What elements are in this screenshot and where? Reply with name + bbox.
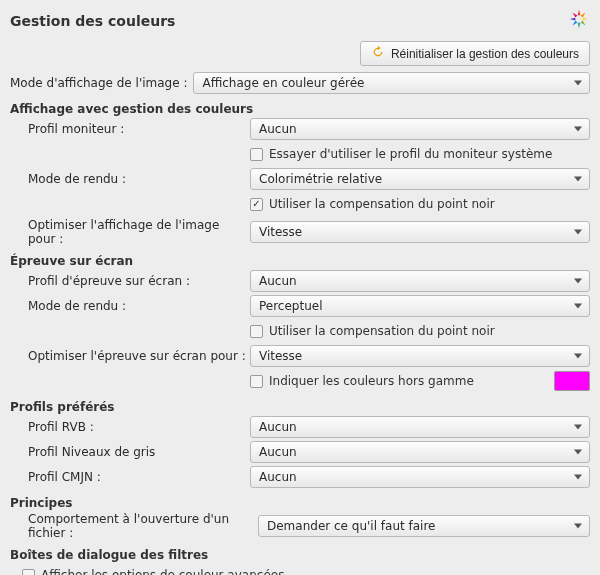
checkbox-icon: ✓ xyxy=(250,198,263,211)
show-advanced-color-options-checkbox[interactable]: ✓ Afficher les options de couleur avancé… xyxy=(10,568,284,575)
display-rendering-intent-select[interactable]: Colorimétrie relative xyxy=(250,168,590,190)
grayscale-profile-value: Aucun xyxy=(259,445,297,459)
display-bpc-checkbox[interactable]: ✓ Utiliser la compensation du point noir xyxy=(250,197,590,211)
softproof-bpc-label: Utiliser la compensation du point noir xyxy=(269,324,495,338)
softproof-rendering-intent-select[interactable]: Perceptuel xyxy=(250,295,590,317)
cmyk-profile-label: Profil CMJN : xyxy=(10,470,250,484)
file-open-behavior-value: Demander ce qu'il faut faire xyxy=(267,519,436,533)
softproof-profile-label: Profil d'épreuve sur écran : xyxy=(10,274,250,288)
display-optimize-label: Optimiser l'affichage de l'image pour : xyxy=(10,218,250,246)
checkbox-icon: ✓ xyxy=(22,569,35,576)
softproof-profile-select[interactable]: Aucun xyxy=(250,270,590,292)
section-softproof: Épreuve sur écran xyxy=(10,254,590,268)
image-display-mode-label: Mode d'affichage de l'image : xyxy=(10,76,187,90)
image-display-mode-select[interactable]: Affichage en couleur gérée xyxy=(193,72,590,94)
page-title: Gestion des couleurs xyxy=(10,13,175,29)
reset-button-label: Réinitialiser la gestion des couleurs xyxy=(391,47,579,61)
softproof-rendering-intent-label: Mode de rendu : xyxy=(10,299,250,313)
softproof-optimize-select[interactable]: Vitesse xyxy=(250,345,590,367)
cmyk-profile-value: Aucun xyxy=(259,470,297,484)
softproof-rendering-intent-value: Perceptuel xyxy=(259,299,323,313)
display-rendering-intent-label: Mode de rendu : xyxy=(10,172,250,186)
softproof-profile-value: Aucun xyxy=(259,274,297,288)
rgb-profile-label: Profil RVB : xyxy=(10,420,250,434)
app-logo-icon xyxy=(568,8,590,33)
image-display-mode-value: Affichage en couleur gérée xyxy=(202,76,364,90)
gamut-warning-color-swatch[interactable] xyxy=(554,371,590,391)
softproof-optimize-label: Optimiser l'épreuve sur écran pour : xyxy=(10,349,250,363)
section-preferred-profiles: Profils préférés xyxy=(10,400,590,414)
softproof-optimize-value: Vitesse xyxy=(259,349,302,363)
mark-out-of-gamut-label: Indiquer les couleurs hors gamme xyxy=(269,374,474,388)
cmyk-profile-select[interactable]: Aucun xyxy=(250,466,590,488)
display-bpc-label: Utiliser la compensation du point noir xyxy=(269,197,495,211)
checkbox-icon: ✓ xyxy=(250,148,263,161)
reset-icon xyxy=(371,45,385,62)
display-optimize-value: Vitesse xyxy=(259,225,302,239)
section-color-managed-display: Affichage avec gestion des couleurs xyxy=(10,102,590,116)
monitor-profile-label: Profil moniteur : xyxy=(10,122,250,136)
reset-color-management-button[interactable]: Réinitialiser la gestion des couleurs xyxy=(360,41,590,66)
rgb-profile-value: Aucun xyxy=(259,420,297,434)
monitor-profile-select[interactable]: Aucun xyxy=(250,118,590,140)
use-system-monitor-profile-checkbox[interactable]: ✓ Essayer d'utiliser le profil du monite… xyxy=(250,147,590,161)
checkbox-icon: ✓ xyxy=(250,325,263,338)
mark-out-of-gamut-checkbox[interactable]: ✓ Indiquer les couleurs hors gamme xyxy=(250,374,474,388)
checkbox-icon: ✓ xyxy=(250,375,263,388)
show-advanced-color-options-label: Afficher les options de couleur avancées xyxy=(41,568,284,575)
softproof-bpc-checkbox[interactable]: ✓ Utiliser la compensation du point noir xyxy=(250,324,590,338)
grayscale-profile-label: Profil Niveaux de gris xyxy=(10,445,250,459)
file-open-behavior-label: Comportement à l'ouverture d'un fichier … xyxy=(10,512,258,540)
rgb-profile-select[interactable]: Aucun xyxy=(250,416,590,438)
section-filter-dialogs: Boîtes de dialogue des filtres xyxy=(10,548,590,562)
section-policies: Principes xyxy=(10,496,590,510)
display-rendering-intent-value: Colorimétrie relative xyxy=(259,172,382,186)
display-optimize-select[interactable]: Vitesse xyxy=(250,221,590,243)
grayscale-profile-select[interactable]: Aucun xyxy=(250,441,590,463)
file-open-behavior-select[interactable]: Demander ce qu'il faut faire xyxy=(258,515,590,537)
use-system-monitor-profile-label: Essayer d'utiliser le profil du moniteur… xyxy=(269,147,552,161)
monitor-profile-value: Aucun xyxy=(259,122,297,136)
